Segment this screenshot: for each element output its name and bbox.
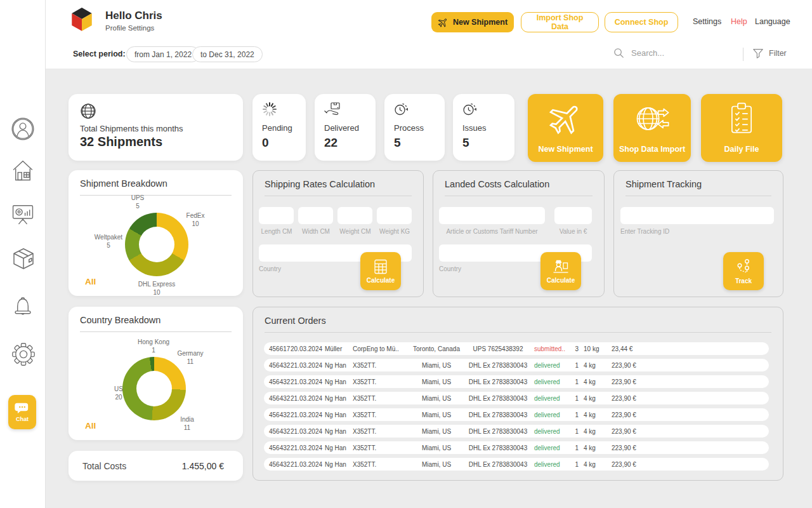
landed-costs-title: Landed Costs Calculation xyxy=(445,179,549,189)
customer-name: Ng Han xyxy=(325,411,353,418)
customer-name: Ng Han xyxy=(325,461,353,468)
weight: 4 kg xyxy=(580,428,606,435)
table-row[interactable]: 45643221.03.2024Ng HanX352TT.Miami, USDH… xyxy=(264,441,769,454)
total-shipments-card: Total Shipments this months 32 Shipments xyxy=(69,94,243,161)
weight: 4 kg xyxy=(580,411,606,418)
import-shop-data-label: Import Shop Data xyxy=(537,13,584,31)
price: 223,90 € xyxy=(606,395,651,402)
weight-kg-label: Weight KG xyxy=(375,228,414,235)
chat-button[interactable]: Chat xyxy=(8,395,36,429)
slice-label-ups: UPS5 xyxy=(119,194,157,210)
table-row[interactable]: 45661720.03.2024MüllerCorpEng to Mü..Tor… xyxy=(264,342,769,355)
table-row[interactable]: 45643221.03.2024Ng HanX352TT.Miami, USDH… xyxy=(264,408,769,421)
period-to-button[interactable]: to Dec 31, 2022 xyxy=(192,46,263,62)
connect-shop-button[interactable]: Connect Shop xyxy=(605,12,678,32)
table-row[interactable]: 45643221.03.2024Ng HanX352TT.Miami, USDH… xyxy=(264,392,769,404)
presentation-chart-icon xyxy=(11,203,35,227)
quantity: 1 xyxy=(571,395,580,402)
calculate-rates-button[interactable]: Calculate xyxy=(360,252,401,290)
calculate-label: Calculate xyxy=(547,277,575,284)
price: 223,90 € xyxy=(606,444,651,451)
pending-card: Pending 0 xyxy=(252,94,306,161)
price: 23,44 € xyxy=(606,345,651,352)
table-row[interactable]: 45643221.03.2024Ng HanX352TT.Miami, USDH… xyxy=(264,359,769,371)
order-description: X352TT. xyxy=(353,428,411,435)
track-label: Track xyxy=(735,277,752,284)
country-breakdown-title: Country Breakdown xyxy=(80,315,160,325)
donut-hole xyxy=(139,227,174,262)
route-pins-icon xyxy=(735,258,752,275)
new-shipment-card[interactable]: New Shipment xyxy=(528,94,603,162)
order-status: delivered xyxy=(534,428,571,435)
width-cm-input[interactable] xyxy=(298,207,333,224)
filter-button[interactable]: Filter xyxy=(752,48,787,59)
order-id: 456432 xyxy=(269,411,291,418)
order-description: X352TT. xyxy=(353,395,411,402)
order-date: 21.03.2024 xyxy=(291,461,325,468)
globe-icon xyxy=(79,102,97,120)
help-link[interactable]: Help xyxy=(731,17,747,26)
article-tariff-input[interactable] xyxy=(439,207,545,224)
price: 223,90 € xyxy=(606,378,651,385)
calculate-landed-button[interactable]: Calculate xyxy=(540,252,581,290)
slice-label-weltpaket: Weltpaket5 xyxy=(83,234,134,250)
period-from-button[interactable]: from Jan 1, 2022 xyxy=(126,46,200,62)
filter-icon xyxy=(752,48,764,59)
quantity: 1 xyxy=(571,428,580,435)
price: 223,90 € xyxy=(606,428,651,435)
sidebar-item-notifications[interactable] xyxy=(11,293,35,318)
country-label: Country xyxy=(439,265,477,272)
sidebar-item-settings[interactable] xyxy=(11,342,35,366)
sidebar-item-shipments[interactable] xyxy=(11,246,35,271)
shipment-tracking-title: Shipment Tracking xyxy=(625,179,702,189)
weight-kg-input[interactable] xyxy=(377,207,412,224)
home-icon xyxy=(11,158,35,182)
country-label: Country xyxy=(259,265,297,272)
customer-name: Ng Han xyxy=(325,428,353,435)
pending-value: 0 xyxy=(262,136,269,150)
shipment-breakdown-all-link[interactable]: All xyxy=(85,277,96,286)
delivered-value: 22 xyxy=(324,136,337,150)
length-cm-input[interactable] xyxy=(259,207,294,224)
order-status: delivered xyxy=(534,461,571,468)
customer-name: Ng Han xyxy=(325,395,353,402)
search-input[interactable] xyxy=(630,48,721,58)
order-description: X352TT. xyxy=(353,362,411,369)
logo xyxy=(70,7,94,34)
article-tariff-label: Article or Customs Tariff Number xyxy=(439,228,545,235)
customs-officer-icon xyxy=(553,259,569,274)
new-shipment-button[interactable]: New Shipment xyxy=(431,12,514,32)
daily-file-card[interactable]: Daily File xyxy=(701,94,782,162)
greeting: Hello Chris xyxy=(105,10,162,22)
profile-settings-link[interactable]: Profile Settings xyxy=(105,24,154,32)
hand-box-icon xyxy=(324,101,343,119)
import-shop-data-button[interactable]: Import Shop Data xyxy=(521,12,599,32)
weight: 4 kg xyxy=(580,395,606,402)
order-id: 456432 xyxy=(269,395,291,402)
country-breakdown-all-link[interactable]: All xyxy=(85,421,96,431)
value-input[interactable] xyxy=(554,207,592,224)
shop-data-import-card[interactable]: Shop Data Import xyxy=(613,94,691,162)
destination: Miami, US xyxy=(411,395,462,402)
order-status: delivered xyxy=(534,395,571,402)
track-button[interactable]: Track xyxy=(723,252,764,290)
table-row[interactable]: 45643221.03.2024Ng HanX352TT.Miami, USDH… xyxy=(264,375,769,388)
divider xyxy=(445,196,593,196)
destination: Miami, US xyxy=(411,362,462,369)
total-costs-value: 1.455,00 € xyxy=(182,461,224,471)
settings-link[interactable]: Settings xyxy=(693,17,721,26)
sidebar-item-profile[interactable] xyxy=(11,117,35,141)
shipment-breakdown-card: Shipment Breakdown FedEx10 DHL Express10… xyxy=(69,170,243,296)
clipboard-checklist-icon xyxy=(701,100,782,137)
issues-value: 5 xyxy=(462,136,469,150)
order-id: 456432 xyxy=(269,362,291,369)
chat-label: Chat xyxy=(16,416,29,422)
tracking-id-input[interactable] xyxy=(620,207,774,224)
shop-data-import-label: Shop Data Import xyxy=(613,145,691,154)
weight-cm-input[interactable] xyxy=(337,207,372,224)
sidebar-item-analytics[interactable] xyxy=(11,203,35,227)
language-link[interactable]: Language xyxy=(755,17,790,26)
table-row[interactable]: 45643221.03.2024Ng HanX352TT.Miami, USDH… xyxy=(264,425,769,438)
sidebar-item-home[interactable] xyxy=(11,158,35,182)
table-row[interactable]: 45643221.03.2024Ng HanX352TT.Miami, USDH… xyxy=(264,458,769,471)
